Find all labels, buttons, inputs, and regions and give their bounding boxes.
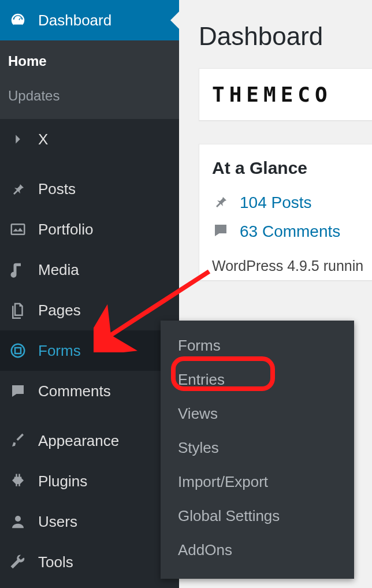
glance-posts-link[interactable]: 104 Posts <box>240 193 312 212</box>
sidebar-item-pages[interactable]: Pages <box>0 290 179 330</box>
comments-icon <box>8 381 28 401</box>
themeco-logo: THEMECO <box>212 83 370 106</box>
sidebar-item-tools[interactable]: Tools <box>0 542 179 582</box>
themeco-panel: THEMECO <box>199 68 372 121</box>
sidebar-item-portfolio[interactable]: Portfolio <box>0 209 179 250</box>
plugins-icon <box>8 471 28 491</box>
flyout-item-forms[interactable]: Forms <box>161 329 354 363</box>
flyout-item-global-settings[interactable]: Global Settings <box>161 499 354 533</box>
sidebar-item-plugins[interactable]: Plugins <box>0 461 179 501</box>
sidebar-label: Updates <box>8 88 59 104</box>
glance-comments-row[interactable]: 63 Comments <box>212 222 370 241</box>
wp-version-text: WordPress 4.9.5 runnin <box>212 258 370 274</box>
comment-icon <box>212 222 229 241</box>
sidebar-label: Home <box>8 53 47 69</box>
sidebar-item-comments[interactable]: Comments <box>0 371 179 411</box>
sidebar-item-home[interactable]: Home <box>0 44 179 79</box>
sidebar-label: Portfolio <box>38 221 93 239</box>
sidebar-label: X <box>38 131 48 148</box>
dashboard-icon <box>8 10 28 30</box>
sidebar-label: Users <box>38 513 77 531</box>
svg-rect-2 <box>15 348 21 353</box>
tools-icon <box>8 552 28 572</box>
sidebar-item-media[interactable]: Media <box>0 250 179 290</box>
sidebar-label: Posts <box>38 180 76 198</box>
sidebar-label: Pages <box>38 302 81 319</box>
sidebar-label: Media <box>38 261 79 279</box>
page-title: Dashboard <box>199 22 372 51</box>
portfolio-icon <box>8 219 28 239</box>
glance-comments-link[interactable]: 63 Comments <box>240 222 340 241</box>
flyout-item-styles[interactable]: Styles <box>161 431 354 465</box>
flyout-item-addons[interactable]: AddOns <box>161 533 354 567</box>
flyout-item-views[interactable]: Views <box>161 397 354 431</box>
svg-point-1 <box>12 344 25 358</box>
dashboard-submenu: Home Updates <box>0 40 179 119</box>
pages-icon <box>8 300 28 320</box>
flyout-item-import-export[interactable]: Import/Export <box>161 465 354 499</box>
forms-flyout: Forms Entries Views Styles Import/Export… <box>161 321 354 579</box>
admin-sidebar: Dashboard Home Updates X Posts Portfolio… <box>0 0 179 588</box>
sidebar-label: Plugins <box>38 472 87 490</box>
sidebar-label: Comments <box>38 382 111 400</box>
at-a-glance-panel: At a Glance 104 Posts 63 Comments WordPr… <box>199 144 372 281</box>
glance-title: At a Glance <box>212 158 370 178</box>
pin-icon <box>212 193 229 213</box>
sidebar-item-posts[interactable]: Posts <box>0 169 179 209</box>
chevron-right-icon <box>8 129 28 149</box>
sidebar-item-users[interactable]: Users <box>0 501 179 542</box>
forms-icon <box>8 341 28 360</box>
sidebar-item-updates[interactable]: Updates <box>0 79 179 113</box>
sidebar-label: Appearance <box>38 432 119 450</box>
svg-point-3 <box>15 516 21 522</box>
sidebar-label: Tools <box>38 553 73 571</box>
media-icon <box>8 260 28 280</box>
sidebar-item-appearance[interactable]: Appearance <box>0 420 179 461</box>
users-icon <box>8 512 28 531</box>
sidebar-item-dashboard[interactable]: Dashboard <box>0 0 179 40</box>
flyout-item-entries[interactable]: Entries <box>161 363 354 397</box>
sidebar-label: Forms <box>38 342 81 360</box>
svg-rect-0 <box>12 224 25 235</box>
sidebar-item-x[interactable]: X <box>0 119 179 159</box>
sidebar-item-forms[interactable]: Forms <box>0 330 179 371</box>
pin-icon <box>8 179 28 199</box>
appearance-icon <box>8 431 28 451</box>
glance-posts-row[interactable]: 104 Posts <box>212 193 370 213</box>
sidebar-label: Dashboard <box>38 12 111 29</box>
